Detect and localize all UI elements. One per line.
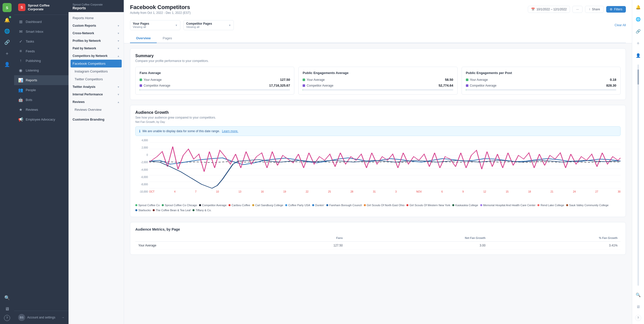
x-25: 25 (328, 190, 331, 193)
reports-nav-reviews-overview-label: Reviews Overview (75, 108, 102, 112)
right-help-icon[interactable]: ? (635, 315, 641, 321)
right-link-icon[interactable]: 🔗 (634, 27, 642, 35)
reports-nav-instagram-competitors[interactable]: Instagram Competitors (69, 67, 124, 75)
y-label-4000: 4,000 (135, 139, 148, 142)
reports-nav: Reports Home Custom Reports ▼ Cross-Netw… (69, 12, 124, 125)
scroll-thumb[interactable] (637, 69, 639, 85)
publishing-icon: ↑ (18, 58, 23, 63)
metric-eng-your-label: Your Average (303, 78, 325, 82)
metric-fans-competitor-value: 17,716,325.67 (269, 84, 290, 87)
rail-link-icon[interactable]: 🔗 (2, 37, 12, 47)
reports-nav-home[interactable]: Reports Home (69, 14, 124, 22)
reviews-icon: ★ (18, 107, 23, 112)
sidebar-item-listening[interactable]: ◉ Listening (14, 65, 69, 75)
summary-metrics: Fans Average Your Average 127.50 Competi… (135, 67, 621, 95)
y-label-neg4000: -4,000 (135, 168, 148, 171)
reports-nav-cross-network[interactable]: Cross-Network ▼ (69, 29, 124, 37)
sidebar-item-dashboard[interactable]: ⊞ Dashboard (14, 17, 69, 27)
dip-line (149, 160, 621, 188)
legend-item-kaskaskia: Kaskaskia College (452, 204, 478, 207)
legend-dot (199, 204, 201, 206)
row-net-fan-growth: 3.00 (346, 242, 489, 249)
more-options-button[interactable]: ··· (572, 6, 583, 13)
chevron-down-icon: ▼ (117, 24, 120, 27)
reports-nav-reviews-overview[interactable]: Reviews Overview (69, 106, 124, 114)
sidebar-item-smart-inbox[interactable]: ✉ Smart Inbox (14, 27, 69, 37)
reports-nav-custom[interactable]: Custom Reports ▼ (69, 22, 124, 29)
tab-pages[interactable]: Pages (157, 34, 178, 43)
reports-nav-twitter-competitors[interactable]: Twitter Competitors (69, 75, 124, 83)
reports-nav-twitter-analysis-label: Twitter Analysis (73, 85, 95, 89)
rail-bell-icon[interactable]: 🔔 (2, 15, 12, 25)
legend-dot (406, 204, 408, 206)
scroll-track[interactable] (637, 64, 639, 286)
chart-legend: Sprout Coffee Co Sprout Coffee Co Chicag… (135, 204, 621, 212)
reports-nav-paid[interactable]: Paid by Network ▼ (69, 45, 124, 52)
legend-label: Fareham Borough Council (329, 204, 362, 207)
info-icon: ℹ (139, 129, 140, 133)
competitor-pages-label: Competitor Pages (186, 22, 212, 25)
workspace-header[interactable]: S Sprout Coffee Corporate (14, 0, 69, 15)
right-bell-icon[interactable]: 🔔 (634, 3, 642, 11)
account-section[interactable]: BS Account and settings → (14, 311, 69, 324)
right-globe-icon[interactable]: 🌐 (634, 15, 642, 23)
audience-metrics-table-card: Audience Metrics, by Page Fans Net Fan G… (130, 222, 626, 255)
rail-monitor-icon[interactable]: 🖥 (2, 304, 12, 314)
rail-globe-icon[interactable]: 🌐 (2, 26, 12, 36)
sidebar-item-label: Bots (26, 98, 32, 102)
filter-icon: ⚙ (610, 8, 613, 11)
right-search-icon[interactable]: 🔍 (634, 291, 642, 299)
rail-search-icon[interactable]: 🔍 (2, 293, 12, 303)
reports-nav-twitter-analysis[interactable]: Twitter Analysis ▼ (69, 83, 124, 91)
metric-fans-average: Fans Average Your Average 127.50 Competi… (135, 67, 294, 95)
advocacy-icon: 📢 (18, 117, 23, 122)
app-logo[interactable]: S (3, 3, 12, 12)
reports-nav-customize-branding[interactable]: Customize Branding (69, 116, 124, 123)
sidebar-item-bots[interactable]: 🤖 Bots (14, 95, 69, 105)
sidebar-item-tasks[interactable]: ✓ Tasks (14, 37, 69, 46)
share-button[interactable]: ↑ Share (585, 6, 604, 13)
sidebar-item-employee-advocacy[interactable]: 📢 Employee Advocacy (14, 115, 69, 124)
metric-fans-competitor-row: Competitor Average 17,716,325.67 (140, 84, 290, 87)
audience-growth-card: Audience Growth See how your audience gr… (130, 105, 626, 217)
report-tabs: Overview Pages (130, 34, 626, 43)
sidebar-item-label: Tasks (26, 40, 34, 43)
tab-overview[interactable]: Overview (130, 34, 157, 43)
sidebar-item-reports[interactable]: 📊 Reports (14, 75, 69, 85)
rail-help-icon[interactable]: ? (4, 315, 10, 321)
x-18: 18 (528, 190, 531, 193)
your-pages-filter[interactable]: Your Pages Viewing all ▼ (130, 20, 180, 30)
metric-epp-competitor-value: 828.30 (606, 84, 616, 87)
col-pct-fan-growth: % Fan Growth (489, 234, 621, 242)
y-label-0: 0 (135, 154, 148, 156)
reports-title: Reports (73, 6, 120, 10)
right-monitor-icon[interactable]: 🖥 (634, 303, 642, 311)
page-subtitle: Activity from Oct 1, 2022 - Dec 1, 2022 … (130, 11, 191, 15)
legend-dot (285, 204, 287, 206)
filters-button[interactable]: ⚙ Filters (606, 6, 626, 13)
learn-more-link[interactable]: Learn more. (222, 129, 238, 133)
sidebar-item-reviews[interactable]: ★ Reviews (14, 105, 69, 115)
sidebar-item-feeds[interactable]: ≡ Feeds (14, 46, 69, 56)
competitor-pages-filter[interactable]: Competitor Pages Viewing all ▼ (183, 20, 234, 30)
right-plus-icon[interactable]: + (634, 39, 642, 47)
your-avg-dot (303, 79, 305, 81)
reports-nav-facebook-competitors[interactable]: Facebook Competitors (71, 60, 122, 67)
chart-container: 4,000 2,000 0 -2,000 -4,000 -6,000 -8,00… (135, 139, 621, 201)
growth-subtitle: See how your audience grew compared to y… (135, 116, 621, 119)
right-users-icon[interactable]: 👤 (634, 51, 642, 59)
reports-nav-internal-performance[interactable]: Internal Performance ▼ (69, 91, 124, 98)
sidebar-item-publishing[interactable]: ↑ Publishing (14, 56, 69, 65)
rail-plus-icon[interactable]: ＋ (2, 48, 12, 58)
legend-dot (480, 204, 482, 206)
sidebar-item-label: Smart Inbox (26, 30, 43, 33)
rail-users-icon[interactable]: 👤 (2, 59, 12, 69)
sidebar-item-people[interactable]: 👥 People (14, 85, 69, 95)
date-range-button[interactable]: 📅 10/1/2022 – 12/1/2022 (528, 6, 570, 13)
x-12: 12 (483, 190, 486, 193)
reports-nav-reviews[interactable]: Reviews ▲ (69, 98, 124, 106)
clear-all-button[interactable]: Clear All (615, 23, 626, 27)
reports-nav-profiles[interactable]: Profiles by Network ▼ (69, 37, 124, 45)
reports-nav-competitors[interactable]: Competitors by Network ▲ (69, 52, 124, 60)
legend-item-memorial-hospital: Memorial Hospital And Health Care Center (480, 204, 536, 207)
